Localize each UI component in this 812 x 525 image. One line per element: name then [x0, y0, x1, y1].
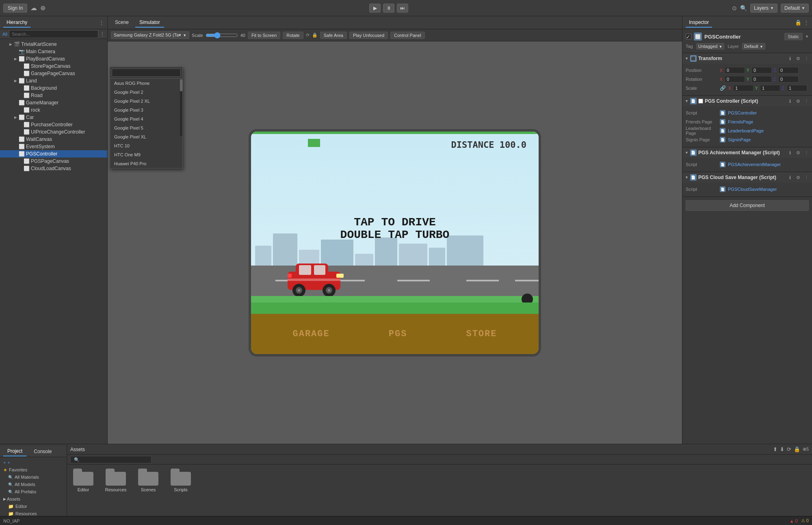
- pgscontroller-item[interactable]: ⬜ PGSController: [0, 150, 107, 158]
- object-active-checkbox[interactable]: ✓: [686, 34, 691, 39]
- pgs-menu-item[interactable]: PGS: [389, 329, 407, 339]
- hierarchy-tab[interactable]: Hierarchy: [3, 18, 30, 28]
- road-item[interactable]: ⬜ Road: [0, 92, 107, 99]
- pos-y-input[interactable]: [751, 67, 772, 73]
- sign-in-button[interactable]: Sign In: [3, 4, 27, 13]
- scale-y-input[interactable]: [760, 85, 780, 91]
- object-name-input[interactable]: [704, 34, 782, 40]
- add-tree-item[interactable]: + +: [0, 459, 67, 466]
- playboard-item[interactable]: ▶ ⬜ PlayBoardCanvas: [0, 55, 107, 63]
- transform-header[interactable]: ▼ ⬛ Transform ℹ ⚙ ⋮: [682, 53, 812, 64]
- scale-x-input[interactable]: [733, 85, 754, 91]
- achievement-settings-button[interactable]: ⚙: [795, 149, 801, 156]
- assets-search-input[interactable]: [70, 456, 152, 463]
- fit-to-screen-button[interactable]: Fit to Screen: [248, 32, 280, 39]
- purchase-item[interactable]: ⬜ PurchaseController: [0, 121, 107, 128]
- rock-item[interactable]: ⬜ rock: [0, 106, 107, 114]
- project-tab[interactable]: Project: [3, 447, 26, 456]
- cloud-more-button[interactable]: ⋮: [803, 174, 810, 181]
- play-unfocused-button[interactable]: Play Unfocused: [349, 32, 388, 39]
- dd-item-htc10[interactable]: HTC 10: [110, 141, 182, 150]
- static-chevron-icon[interactable]: ▼: [805, 35, 809, 39]
- pause-button[interactable]: ⏸: [383, 4, 394, 13]
- resources-folder[interactable]: Resources: [104, 469, 128, 492]
- step-button[interactable]: ⏭: [397, 4, 408, 13]
- control-panel-button[interactable]: Control Panel: [390, 32, 425, 39]
- all-prefabs-item[interactable]: 🔍 All Prefabs: [0, 488, 67, 495]
- all-materials-item[interactable]: 🔍 All Materials: [0, 473, 67, 481]
- dd-scrollbar[interactable]: [180, 79, 182, 136]
- main-camera-item[interactable]: 📷 Main Camera: [0, 48, 107, 55]
- gamemanager-item[interactable]: ⬜ GameManager: [0, 99, 107, 106]
- rot-z-input[interactable]: [778, 76, 799, 82]
- pgs-controller-header[interactable]: ▼ 📄 PGS Controller (Script) ℹ ⚙ ⋮: [682, 96, 812, 106]
- all-filter-label[interactable]: All: [2, 32, 7, 37]
- tag-dropdown[interactable]: Untagged ▼: [696, 43, 725, 50]
- cloud-info-button[interactable]: ℹ: [787, 174, 793, 181]
- layers-dropdown[interactable]: Layers ▼: [750, 4, 777, 13]
- hierarchy-options-icon[interactable]: ⋮: [99, 20, 104, 26]
- pgs-info-button[interactable]: ℹ: [787, 98, 793, 104]
- default-dropdown[interactable]: Default ▼: [781, 4, 809, 13]
- scale-slider[interactable]: [206, 32, 238, 39]
- pos-x-input[interactable]: [725, 67, 745, 73]
- pgs-achievement-header[interactable]: ▼ 📄 PGS Achievement Manager (Script) ℹ ⚙…: [682, 147, 812, 158]
- cloudload-item[interactable]: ⬜ CloudLoadCanvas: [0, 165, 107, 172]
- export-icon[interactable]: ⬇: [780, 446, 784, 452]
- pos-z-input[interactable]: [778, 67, 799, 73]
- dd-item-pixelxl[interactable]: Google Pixel XL: [110, 132, 182, 141]
- storepage-item[interactable]: ⬜ StorePageCanvas: [0, 63, 107, 70]
- scale-z-input[interactable]: [787, 85, 807, 91]
- add-component-button[interactable]: Add Component: [686, 200, 809, 211]
- inspector-lock-icon[interactable]: 🔒: [795, 19, 801, 26]
- transform-info-button[interactable]: ℹ: [787, 55, 793, 62]
- uiprice-item[interactable]: ⬜ UIPriceChangeController: [0, 128, 107, 136]
- background-item[interactable]: ⬜ Background: [0, 84, 107, 92]
- waitcanvas-item[interactable]: ⬜ WaitCanvas: [0, 136, 107, 143]
- achievement-more-button[interactable]: ⋮: [803, 149, 810, 156]
- scene-tab[interactable]: Scene: [111, 18, 133, 28]
- transform-more-button[interactable]: ⋮: [803, 55, 810, 62]
- eventsystem-item[interactable]: ⬜ EventSystem: [0, 143, 107, 150]
- scripts-folder[interactable]: Scripts: [169, 469, 193, 492]
- pgs-cloud-header[interactable]: ▼ 📄 PGS Cloud Save Manager (Script) ℹ ⚙ …: [682, 172, 812, 183]
- device-search-input[interactable]: [112, 69, 181, 77]
- store-menu-item[interactable]: STORE: [466, 329, 497, 339]
- play-button[interactable]: ▶: [369, 4, 381, 13]
- hierarchy-search-input[interactable]: [9, 30, 98, 38]
- pgspage-item[interactable]: ⬜ PGSPageCanvas: [0, 158, 107, 165]
- pgs-enabled-checkbox[interactable]: [698, 99, 703, 104]
- dd-item-htcm9[interactable]: HTC One M9: [110, 150, 182, 159]
- land-item[interactable]: ▶ ⬜ Land: [0, 77, 107, 84]
- hierarchy-menu-icon[interactable]: ⋮: [100, 31, 105, 37]
- refresh-icon[interactable]: ⟳: [787, 446, 791, 452]
- scenes-folder[interactable]: Scenes: [136, 469, 160, 492]
- rot-y-input[interactable]: [751, 76, 772, 82]
- editor-folder-item[interactable]: 📁 Editor: [0, 503, 67, 510]
- achievement-info-button[interactable]: ℹ: [787, 149, 793, 156]
- simulator-tab[interactable]: Simulator: [135, 18, 164, 28]
- console-tab[interactable]: Console: [30, 447, 56, 456]
- lock-assets-icon[interactable]: 🔒: [794, 446, 800, 452]
- favorites-item[interactable]: ★ Favorites: [0, 466, 67, 473]
- all-models-item[interactable]: 🔍 All Models: [0, 481, 67, 488]
- garagepage-item[interactable]: ⬜ GaragePageCanvas: [0, 70, 107, 77]
- rotate-button[interactable]: Rotate: [283, 32, 303, 39]
- layer-dropdown[interactable]: Default ▼: [742, 43, 765, 50]
- garage-menu-item[interactable]: GARAGE: [293, 329, 330, 339]
- dd-item-pixel2xl[interactable]: Google Pixel 2 XL: [110, 97, 182, 106]
- transform-settings-button[interactable]: ⚙: [795, 55, 801, 62]
- pgs-more-button[interactable]: ⋮: [803, 98, 810, 104]
- dd-item-asus[interactable]: Asus ROG Phone: [110, 79, 182, 88]
- pgs-settings-button[interactable]: ⚙: [795, 98, 801, 104]
- assets-tree-item[interactable]: ▶ Assets: [0, 495, 67, 503]
- static-button[interactable]: Static: [784, 33, 803, 40]
- device-dropdown-trigger[interactable]: Samsung Galaxy Z Fold2 5G (Ta▾ ▼: [111, 31, 189, 39]
- inspector-more-icon[interactable]: ⋮: [804, 20, 809, 26]
- dd-item-pixel3[interactable]: Google Pixel 3: [110, 106, 182, 115]
- rot-x-input[interactable]: [725, 76, 745, 82]
- scene-root-item[interactable]: ▶ 🎬 TrivialKartScene: [0, 41, 107, 48]
- car-item[interactable]: ▶ ⬜ Car: [0, 114, 107, 121]
- editor-folder[interactable]: Editor: [71, 469, 95, 492]
- cloud-settings-button[interactable]: ⚙: [795, 174, 801, 181]
